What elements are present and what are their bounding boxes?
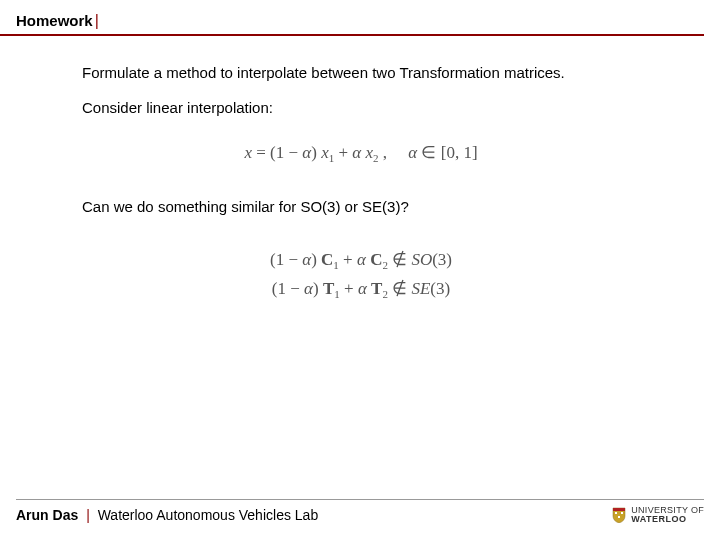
svg-rect-0 [613,508,625,511]
paragraph-3: Can we do something similar for SO(3) or… [82,198,720,215]
slide-content: Formulate a method to interpolate betwee… [0,36,720,300]
slide-footer: Arun Das | Waterloo Autonomous Vehicles … [16,499,704,524]
paragraph-1: Formulate a method to interpolate betwee… [82,64,720,81]
formula-se3: (1 − α) T1 + α T2 ∉ SE(3) [82,278,640,300]
shield-icon [612,507,626,523]
formula-so3: (1 − α) C1 + α C2 ∉ SO(3) [82,249,640,271]
slide-header: Homework| [0,0,704,36]
header-pipe: | [95,12,99,29]
footer-lab: Waterloo Autonomous Vehicles Lab [98,507,319,523]
header-title: Homework [16,12,93,29]
footer-author: Arun Das [16,507,78,523]
footer-pipe: | [86,507,90,523]
university-logo: UNIVERSITY OF WATERLOO [612,506,704,524]
logo-text: UNIVERSITY OF WATERLOO [631,506,704,524]
logo-waterloo: WATERLOO [631,515,704,524]
svg-rect-3 [618,516,620,518]
formula-linear-interpolation: x = (1 − α) x1 + α x2 , α ∈ [0, 1] [82,142,720,164]
formula-so3-se3: (1 − α) C1 + α C2 ∉ SO(3) (1 − α) T1 + α… [82,249,720,300]
footer-text: Arun Das | Waterloo Autonomous Vehicles … [16,507,318,523]
svg-rect-2 [621,512,623,514]
paragraph-2: Consider linear interpolation: [82,99,720,116]
svg-rect-1 [615,512,617,514]
